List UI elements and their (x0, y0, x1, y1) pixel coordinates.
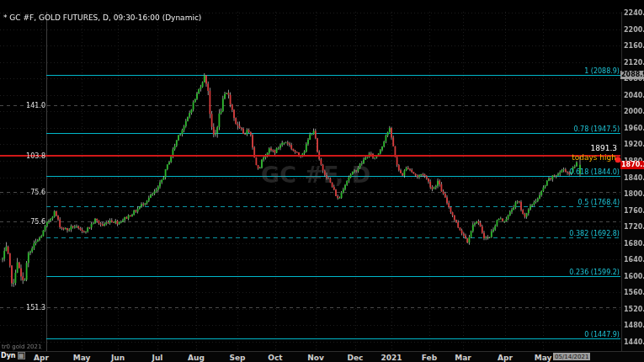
time-axis-label: Aug (188, 354, 205, 362)
time-axis-label: Sep (229, 354, 245, 362)
measurement-label: 141.0 (3, 102, 45, 109)
price-axis-tick: 2040.0 (624, 92, 644, 99)
price-axis-tick: 1760.0 (624, 207, 644, 215)
last-price-axis-badge: 1870.1 (620, 161, 644, 169)
price-axis-tick: 2000.0 (624, 108, 644, 115)
fib-level-label[interactable]: 0.618 (1844.0) (519, 168, 620, 176)
measurement-label: 103.8 (3, 152, 45, 160)
price-axis-tick: 2120.0 (624, 59, 644, 67)
time-axis-label: May (73, 354, 91, 362)
price-axis[interactable]: 2240.02200.02160.02120.02080.02040.02000… (621, 12, 644, 351)
todays-high-value: 1891.3 (591, 144, 618, 152)
time-axis-label: Jul (152, 354, 163, 362)
drawing-note: tr0 gold 2021 (2, 343, 41, 350)
dynamic-mode-control[interactable]: Dyn ▦ (1, 352, 25, 359)
calendar-grid-icon[interactable]: ▦ (18, 352, 25, 359)
time-axis-label: May (535, 354, 552, 362)
price-axis-tick: 2160.0 (624, 42, 644, 50)
time-axis-label: Oct (268, 354, 282, 362)
price-axis-tick: 1720.0 (624, 223, 644, 231)
trading-app-window: Chart GC #F ▾ ⊙ D ▾ ⊙+✎%T◇◔∠◎⚙tf * GC #F… (0, 0, 644, 362)
fib-level-label[interactable]: 0.5 (1768.4) (519, 199, 620, 206)
price-axis-tick: 1960.0 (624, 125, 644, 132)
price-axis-tick: 1840.0 (624, 174, 644, 182)
time-axis[interactable]: AprMayJunJulAugSepOctNovDec2021FebMarApr… (0, 351, 644, 362)
todays-high-label: todays high (572, 153, 616, 162)
time-axis-label: Feb (422, 354, 437, 362)
chart-title: * GC #F, GOLD FUTURES, D, 09:30-16:00 (D… (3, 13, 201, 22)
price-axis-tick: 1440.0 (624, 338, 644, 346)
time-axis-label: Nov (307, 354, 324, 362)
dynamic-mode-label: Dyn (1, 352, 16, 359)
price-axis-tick: 2240.0 (624, 9, 644, 17)
fib-level-label[interactable]: 0.382 (1692.8) (519, 230, 620, 237)
price-axis-tick: 2200.0 (624, 26, 644, 34)
time-axis-label: Dec (348, 354, 364, 362)
fib-level-label[interactable]: 0 (1447.9) (519, 331, 620, 338)
time-axis-label: Apr (498, 354, 513, 362)
price-axis-tick: 1520.0 (624, 306, 644, 313)
time-axis-label: Mar (455, 354, 471, 362)
measurement-label: 75.6 (3, 218, 45, 226)
crosshair-date-badge: 05/14/2021 (553, 353, 590, 360)
fib-level-label[interactable]: 0.236 (1599.2) (519, 269, 620, 276)
price-axis-tick: 1560.0 (624, 289, 644, 296)
price-axis-tick: 1680.0 (624, 240, 644, 248)
measurement-label: 75.6 (3, 189, 45, 196)
price-axis-tick: 1640.0 (624, 256, 644, 264)
price-axis-tick: 1920.0 (624, 141, 644, 148)
fib-level-label[interactable]: 0.78 (1947.5) (519, 125, 620, 133)
fib-level-label[interactable]: 1 (2088.9) (519, 67, 620, 75)
measurement-label: 151.3 (3, 304, 45, 311)
chart-canvas[interactable] (0, 0, 644, 362)
time-axis-label: Jun (111, 354, 125, 362)
price-axis-tick: 1480.0 (624, 322, 644, 329)
time-axis-label: Apr (34, 354, 49, 362)
price-axis-tick: 1600.0 (624, 273, 644, 280)
time-axis-label: 2021 (381, 354, 402, 362)
price-axis-tick: 1800.0 (624, 190, 644, 198)
fib-high-axis-badge: 2088.9 (620, 71, 644, 79)
